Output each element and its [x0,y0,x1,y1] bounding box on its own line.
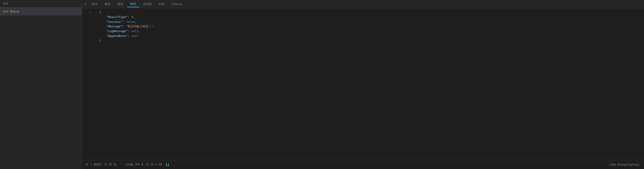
collapse-marker-1[interactable]: - [95,10,99,15]
requests-info: 第 1 项请求，共 29 项 [86,162,116,166]
code-line-4: "Message" : "验证码输入错误！" , [95,24,644,29]
collapse-marker-3 [95,20,99,24]
code-line-1: - { [95,10,644,15]
code-line-2: "ResultType" : 3 , [95,15,644,20]
tab-bar: × 标头 载荷 预览 响应 启动器 时间 Cookie [82,0,644,8]
status-bar: 第 1 项请求，共 29 项 | 已传输 305 B，共 10.5 kB {} … [82,160,644,169]
code-line-3: "Success" : false , [95,20,644,24]
braces-icon[interactable]: {} [166,163,169,166]
right-panel: × 标头 载荷 预览 响应 启动器 时间 Cookie [82,0,644,169]
status-right: CSDN @fangfangfang~ [609,163,640,166]
line-numbers: 1 [82,8,93,160]
tab-payload[interactable]: 载荷 [102,1,114,7]
tab-cookie[interactable]: Cookie [168,1,185,7]
transfer-info: 已传输 305 B，共 10.5 kB [125,162,162,166]
status-left: 第 1 项请求，共 29 项 | 已传输 305 B，共 10.5 kB {} [86,162,169,166]
tab-initiator[interactable]: 启动器 [140,1,155,7]
collapse-marker-7[interactable]: - [95,38,99,43]
collapse-marker-2 [95,15,99,20]
sidebar: 名称 </> Entry [0,0,82,169]
sidebar-header: 名称 [0,0,82,7]
sidebar-item-entry[interactable]: </> Entry [0,7,82,16]
status-separator-1: | [120,163,122,166]
collapse-marker-6 [95,34,99,38]
tab-response[interactable]: 响应 [127,1,139,7]
code-line-5: "LogMessage" : null , [95,29,644,34]
collapse-marker-4 [95,24,99,29]
code-area: 1 - { "ResultType" [82,8,644,160]
tab-timing[interactable]: 时间 [156,1,168,7]
entry-icon: </> [3,10,8,13]
code-content[interactable]: - { "ResultType" : 3 , "Success [93,8,644,160]
collapse-marker-5 [95,29,99,34]
tab-preview[interactable]: 预览 [114,1,126,7]
attribution: CSDN @fangfangfang~ [609,163,640,166]
sidebar-header-label: 名称 [3,2,8,6]
code-line-6: "AppendData" : null [95,34,644,38]
close-button[interactable]: × [83,1,88,7]
tab-headers[interactable]: 标头 [89,1,101,7]
main-container: 名称 </> Entry × 标头 载荷 预览 响应 启 [0,0,644,169]
code-line-7: - } [95,38,644,43]
sidebar-item-label: Entry [10,10,19,13]
